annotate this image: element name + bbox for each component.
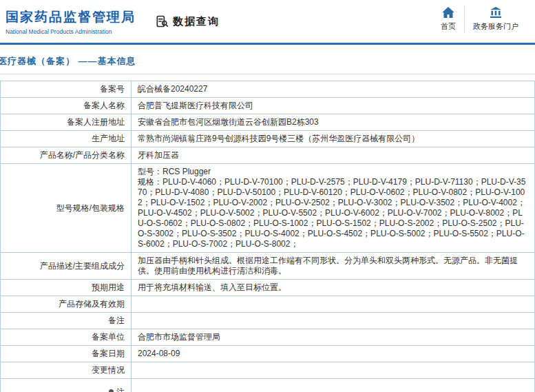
nav-home[interactable]: 首页 <box>432 6 464 33</box>
table-row: 备案人注册地址 安徽省合肥市包河区烟墩街道云谷创新园B2栋303 <box>1 114 535 131</box>
row-label: 备案人名称 <box>1 98 132 114</box>
row-label: 注 <box>1 379 132 392</box>
header-nav: 首页 政务服务门户 <box>432 6 527 37</box>
note-bullet-icon <box>109 389 114 392</box>
nav-portal[interactable]: 政务服务门户 <box>464 6 527 33</box>
table-row: 注 详情 <box>1 379 535 392</box>
row-label: 型号规格/包装规格 <box>1 164 132 253</box>
row-value: 加压器由手柄和针头组成。根据用途工作端有不同形状。分为单头和双头两种形式。无源产… <box>132 253 535 280</box>
info-table: 备案号 皖合械备20240227 备案人名称 合肥普飞提斯医疗科技有限公司 备案… <box>0 81 535 392</box>
table-row: 备案单位 合肥市市场监督管理局 <box>1 329 535 346</box>
table-row: 备案日期 2024-08-09 <box>1 346 535 362</box>
row-label: 产品名称/产品分类名称 <box>1 147 132 164</box>
data-query-icon <box>155 14 169 28</box>
data-query-section: 数据查询 <box>155 14 220 28</box>
row-value: 合肥普飞提斯医疗科技有限公司 <box>132 98 535 114</box>
nav-home-label: 首页 <box>441 21 456 32</box>
row-value: 皖合械备20240227 <box>132 81 535 98</box>
nmpa-logo: 国家药品监督管理局 National Medical Products Admi… <box>6 8 136 35</box>
table-row: 预期用途 用于将充填材料输送、填入至目标位置。 <box>1 280 535 296</box>
row-label: 备案号 <box>1 81 132 98</box>
row-value: 2024-08-09 <box>132 346 535 362</box>
table-row: 产品存储及有效期 <box>1 296 535 313</box>
table-row: 备注 <box>1 313 535 329</box>
note-label: 注 <box>116 387 125 392</box>
row-value: 合肥市市场监督管理局 <box>132 329 535 346</box>
row-label: 备注 <box>1 313 132 329</box>
row-value: 用于将充填材料输送、填入至目标位置。 <box>132 280 535 296</box>
logo-subtitle: National Medical Products Administration <box>6 28 136 35</box>
page-title: 医疗器械（备案） ——基本信息 <box>0 45 535 74</box>
home-icon <box>442 7 454 18</box>
table-row: 产品描述/主要组成成分 加压器由手柄和针头组成。根据用途工作端有不同形状。分为单… <box>1 253 535 280</box>
table-row: 产品名称/产品分类名称 牙科加压器 <box>1 147 535 164</box>
nav-portal-label: 政务服务门户 <box>473 21 518 32</box>
table-row: 生产地址 常熟市尚湖镇翁庄路9号创源科技园9号楼三楼（苏州华盈医疗器械有限公司） <box>1 131 535 147</box>
section-title: 数据查询 <box>173 15 220 28</box>
row-label: 备案日期 <box>1 346 132 362</box>
row-value: 型号：RCS Plugger 规格：PLU-D-V-4060；PLU-D-V-7… <box>132 164 535 253</box>
row-value: 常熟市尚湖镇翁庄路9号创源科技园9号楼三楼（苏州华盈医疗器械有限公司） <box>132 131 535 147</box>
logo-title: 国家药品监督管理局 <box>6 8 136 26</box>
title-divider <box>0 74 535 74</box>
row-value <box>132 313 535 329</box>
row-label: 产品存储及有效期 <box>1 296 132 313</box>
row-label: 变更情况 <box>1 362 132 379</box>
row-label: 备案单位 <box>1 329 132 346</box>
row-label: 预期用途 <box>1 280 132 296</box>
row-value: 牙科加压器 <box>132 147 535 164</box>
table-row: 变更情况 <box>1 362 535 379</box>
table-row: 备案人名称 合肥普飞提斯医疗科技有限公司 <box>1 98 535 114</box>
building-icon <box>490 7 502 18</box>
site-header: 国家药品监督管理局 National Medical Products Admi… <box>0 0 535 43</box>
row-value <box>132 362 535 379</box>
table-row: 型号规格/包装规格 型号：RCS Plugger 规格：PLU-D-V-4060… <box>1 164 535 253</box>
row-label: 备案人注册地址 <box>1 114 132 131</box>
row-label: 生产地址 <box>1 131 132 147</box>
table-row: 备案号 皖合械备20240227 <box>1 81 535 98</box>
row-value: 安徽省合肥市包河区烟墩街道云谷创新园B2栋303 <box>132 114 535 131</box>
row-value <box>132 296 535 313</box>
row-value: 详情 <box>132 379 535 392</box>
row-label: 产品描述/主要组成成分 <box>1 253 132 280</box>
